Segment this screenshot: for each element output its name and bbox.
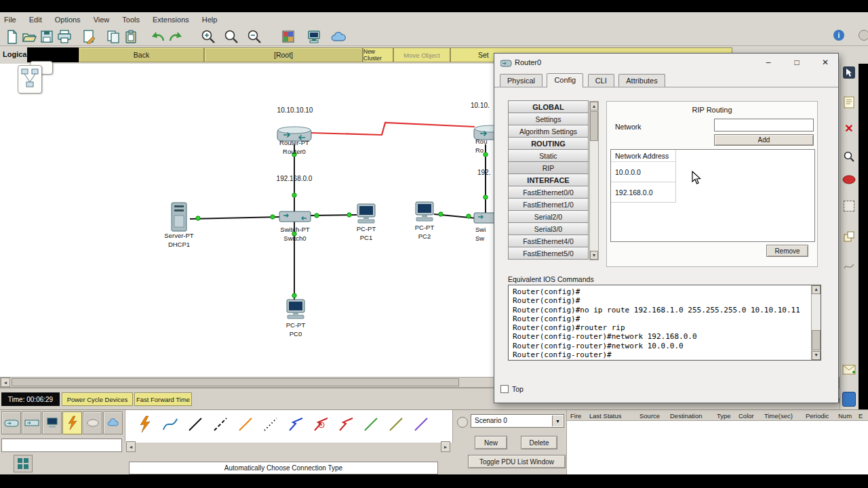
fast-forward-button[interactable]: Fast Forward Time	[134, 392, 192, 406]
sidebar-fastethernet1-0[interactable]: FastEthernet1/0	[508, 198, 589, 211]
connection-link-purple[interactable]	[411, 414, 431, 434]
info-icon[interactable]: i	[833, 30, 844, 41]
logical-tab[interactable]: Logical	[3, 50, 29, 58]
sidebar-algorithm-settings[interactable]: Algorithm Settings	[508, 125, 589, 138]
power-cycle-button[interactable]: Power Cycle Devices	[62, 392, 133, 406]
new-file-button[interactable]	[3, 28, 20, 45]
menu-view[interactable]: View	[94, 16, 110, 24]
connection-link-olive[interactable]	[386, 414, 406, 434]
root-button[interactable]: [Root]	[204, 47, 363, 62]
paste-button[interactable]	[122, 28, 140, 45]
console-scroll-down[interactable]: ▼	[812, 351, 821, 360]
add-network-button[interactable]: Add	[714, 134, 814, 146]
tab-cli[interactable]: CLI	[588, 74, 614, 87]
undo-button[interactable]	[149, 28, 167, 45]
inspect-tool[interactable]	[840, 150, 858, 163]
sidebar-fastethernet4-0[interactable]: FastEthernet4/0	[508, 235, 589, 247]
resize-tool[interactable]	[840, 230, 858, 243]
select-tool[interactable]	[840, 66, 858, 79]
link-router0-router1-down[interactable]	[311, 123, 475, 135]
network-list[interactable]: Network Address 10.0.0.0 192.168.0.0	[610, 149, 815, 242]
palette-scroll-right[interactable]: ►	[441, 441, 450, 452]
dialog-titlebar[interactable]: Router0 – □ ✕	[494, 54, 838, 71]
connection-console[interactable]	[160, 414, 180, 434]
network-list-item[interactable]: 10.0.0.0	[611, 162, 675, 182]
console-scroll-up[interactable]: ▲	[812, 285, 821, 294]
network-info-button[interactable]	[330, 28, 347, 45]
sidebar-global[interactable]: GLOBAL	[508, 100, 589, 113]
copy-button[interactable]	[104, 28, 122, 45]
tab-attributes[interactable]: Attributes	[618, 74, 665, 87]
delete-tool[interactable]: ✕	[840, 122, 858, 135]
device-category-connections[interactable]	[62, 411, 82, 434]
note-tool[interactable]	[840, 96, 858, 108]
freeform-tool[interactable]	[840, 262, 858, 271]
connection-serial-dte[interactable]	[336, 414, 356, 434]
open-button[interactable]	[20, 28, 38, 45]
logical-workspace-card[interactable]	[18, 65, 42, 94]
tab-physical[interactable]: Physical	[500, 74, 542, 87]
connection-serial-dce[interactable]	[311, 414, 331, 434]
zoom-in-button[interactable]	[199, 28, 217, 45]
sidebar-static[interactable]: Static	[508, 149, 589, 162]
scenario-new-button[interactable]: New	[475, 436, 507, 449]
device-pc2[interactable]	[413, 201, 436, 226]
draw-ellipse-tool[interactable]	[840, 175, 858, 184]
menu-help[interactable]: Help	[202, 16, 218, 24]
realtime-mode-icon[interactable]	[842, 392, 856, 407]
device-category-end-devices[interactable]	[42, 411, 62, 434]
device-server0[interactable]	[169, 201, 189, 235]
new-cluster-button[interactable]: New Cluster	[363, 47, 393, 62]
add-simple-pdu-tool[interactable]	[840, 365, 858, 375]
move-object-button[interactable]: Move Object	[393, 47, 450, 62]
device-category-wan[interactable]	[83, 411, 102, 434]
device-pc1[interactable]	[355, 203, 378, 228]
sidebar-serial2-0[interactable]: Serial2/0	[508, 210, 589, 223]
drawing-palette-button[interactable]	[279, 28, 297, 45]
minimize-button[interactable]: –	[760, 56, 777, 69]
menu-options[interactable]: Options	[55, 16, 81, 24]
toggle-pdu-list-button[interactable]: Toggle PDU List Window	[468, 455, 566, 468]
sidebar-fastethernet0-0[interactable]: FastEthernet0/0	[508, 186, 589, 199]
connection-fiber[interactable]	[235, 414, 256, 434]
menu-edit[interactable]: Edit	[29, 16, 42, 24]
top-checkbox[interactable]	[500, 385, 509, 393]
custom-devices-button[interactable]	[305, 28, 323, 45]
network-input[interactable]	[714, 119, 814, 131]
console-scrollbar[interactable]: ▲ ▼	[811, 285, 821, 360]
menu-tools[interactable]: Tools	[122, 16, 140, 24]
print-button[interactable]	[56, 28, 73, 45]
remove-network-button[interactable]: Remove	[766, 245, 808, 257]
save-button[interactable]	[38, 28, 56, 45]
device-category-switches[interactable]	[22, 411, 41, 434]
device-category-custom[interactable]	[103, 411, 123, 434]
sidebar-scrollbar[interactable]: ▲ ▼	[589, 101, 599, 260]
help-circle-icon[interactable]	[859, 30, 868, 41]
sidebar-scroll-thumb[interactable]	[590, 111, 598, 141]
custom-grid-button[interactable]	[14, 455, 33, 472]
zoom-reset-button[interactable]	[222, 28, 240, 45]
activity-wizard-button[interactable]	[80, 28, 98, 45]
dropdown-arrow-icon[interactable]: ▼	[552, 415, 563, 426]
device-category-routers[interactable]	[1, 411, 21, 434]
close-button[interactable]: ✕	[816, 56, 834, 69]
console-scroll-thumb[interactable]	[812, 330, 821, 350]
scenario-delete-button[interactable]: Delete	[521, 436, 557, 449]
sidebar-fastethernet5-0[interactable]: FastEthernet5/0	[508, 247, 589, 260]
connection-phone[interactable]	[260, 414, 281, 434]
zoom-out-button[interactable]	[245, 28, 263, 45]
sidebar-serial3-0[interactable]: Serial3/0	[508, 222, 589, 235]
sidebar-rip[interactable]: RIP	[508, 161, 589, 174]
redo-button[interactable]	[167, 28, 184, 45]
connection-link-green[interactable]	[361, 414, 381, 434]
menu-extensions[interactable]: Extensions	[153, 16, 189, 24]
maximize-button[interactable]: □	[788, 56, 806, 69]
sidebar-scroll-up[interactable]: ▲	[590, 102, 598, 110]
scenario-select[interactable]: Scenario 0 ▼	[471, 414, 564, 428]
connection-auto[interactable]	[135, 414, 155, 434]
sidebar-settings[interactable]: Settings	[508, 113, 589, 125]
sidebar-routing[interactable]: ROUTING	[508, 137, 589, 150]
network-list-item[interactable]: 192.168.0.0	[611, 182, 675, 203]
device-pc0[interactable]	[284, 299, 307, 323]
palette-scroll-left[interactable]: ◄	[126, 441, 136, 452]
